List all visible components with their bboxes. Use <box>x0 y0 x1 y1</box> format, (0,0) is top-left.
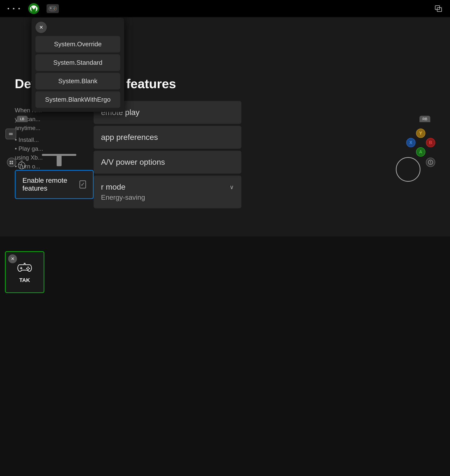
right-stick <box>396 157 420 182</box>
svg-point-7 <box>54 9 55 10</box>
svg-rect-23 <box>9 133 13 134</box>
svg-rect-24 <box>9 134 13 135</box>
a-button[interactable]: A <box>416 147 425 157</box>
settings-item-app-preferences[interactable]: app preferences <box>94 126 241 149</box>
svg-rect-19 <box>12 163 13 164</box>
svg-point-28 <box>29 268 30 269</box>
chevron-down-icon: ∨ <box>230 184 234 191</box>
menu-button-left[interactable] <box>7 158 16 167</box>
window-icon[interactable] <box>435 5 443 13</box>
enable-remote-checkbox[interactable]: ✓ <box>80 181 86 188</box>
top-bar: • • • <box>0 0 450 17</box>
xbox-logo <box>28 3 39 14</box>
b-button[interactable]: B <box>426 138 435 147</box>
svg-point-27 <box>28 266 29 268</box>
svg-point-22 <box>430 163 431 164</box>
dropdown-option-system-override[interactable]: System.Override <box>35 36 120 52</box>
settings-list: emote play app preferences A/V power opt… <box>94 101 241 210</box>
dropdown-option-system-blank[interactable]: System.Blank <box>35 73 120 89</box>
game-card[interactable]: ✕ TAK <box>5 251 44 293</box>
svg-point-6 <box>53 8 54 9</box>
lb-button[interactable]: LB <box>17 116 28 122</box>
svg-line-12 <box>22 165 23 166</box>
dropdown-close-button[interactable]: ✕ <box>35 22 47 33</box>
enable-remote-features-box[interactable]: Enable remote features ✓ <box>15 170 94 199</box>
game-card-label: TAK <box>19 277 30 283</box>
settings-item-av-power-options[interactable]: A/V power options <box>94 151 241 174</box>
extra-left-button[interactable] <box>5 129 16 139</box>
svg-rect-16 <box>10 161 11 162</box>
dropdown-option-system-standard[interactable]: System.Standard <box>35 54 120 71</box>
power-mode-value: Energy-saving <box>101 194 234 201</box>
game-card-close-button[interactable]: ✕ <box>8 254 17 263</box>
svg-point-29 <box>26 268 28 269</box>
rb-button[interactable]: RB <box>419 116 430 122</box>
menu-dots[interactable]: • • • <box>7 5 21 12</box>
svg-point-30 <box>28 269 29 270</box>
svg-rect-1 <box>49 6 57 11</box>
y-button[interactable]: Y <box>416 129 425 138</box>
settings-item-power-mode[interactable]: r mode ∨ Energy-saving <box>94 176 241 208</box>
svg-rect-3 <box>50 7 51 9</box>
svg-rect-17 <box>12 161 13 162</box>
controller-icon[interactable] <box>47 4 59 13</box>
svg-rect-15 <box>57 154 62 166</box>
svg-point-5 <box>55 8 56 9</box>
dropdown-option-system-blank-with-ergo[interactable]: System.BlankWithErgo <box>35 91 120 108</box>
menu-button-right[interactable] <box>426 158 435 167</box>
gamepad-icon <box>17 261 32 272</box>
svg-point-4 <box>54 7 55 8</box>
bottom-area <box>0 236 450 476</box>
svg-rect-18 <box>10 163 11 164</box>
dropdown-popup: ✕ System.Override System.Standard System… <box>32 18 124 112</box>
x-button[interactable]: X <box>406 138 416 147</box>
enable-remote-label: Enable remote features <box>22 177 80 192</box>
window-controls <box>435 5 443 13</box>
